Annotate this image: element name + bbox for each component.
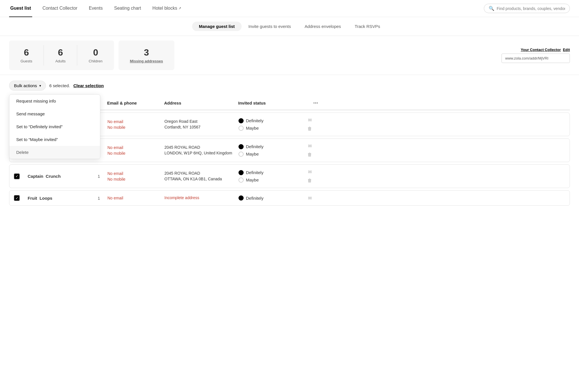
stat-guests: 6 Guests [9, 45, 44, 66]
more-options-icon[interactable]: ··· [313, 100, 318, 106]
dropdown-set-maybe[interactable]: Set to “Maybe invited” [9, 133, 100, 146]
sub-nav-address[interactable]: Address envelopes [298, 22, 348, 31]
status-definitely[interactable]: Definitely [238, 170, 301, 175]
no-email: No email [107, 196, 164, 200]
stat-missing: 3 Missing addresses [119, 40, 174, 70]
sub-nav: Manage guest list Invite guests to event… [0, 17, 579, 36]
nav-seating-chart[interactable]: Seating chart [113, 0, 142, 17]
no-mobile: No mobile [107, 177, 164, 181]
delete-icon[interactable]: 🗑 [307, 178, 312, 183]
dropdown-request-missing[interactable]: Request missing info [9, 95, 100, 107]
contact-info: No email No mobile [107, 119, 164, 130]
external-link-icon: ↗ [178, 6, 181, 10]
guest-name: Fruit Loops [28, 196, 90, 201]
status-maybe[interactable]: Maybe [238, 177, 301, 183]
search-icon: 🔍 [489, 6, 494, 11]
delete-icon[interactable]: 🗑 [307, 126, 312, 131]
nav-contact-collector[interactable]: Contact Collector [41, 0, 79, 17]
no-email: No email [107, 119, 164, 124]
stats-left: 6 Guests 6 Adults 0 Children [9, 40, 114, 70]
no-mobile: No mobile [107, 125, 164, 130]
radio-filled-icon [238, 195, 244, 201]
radio-filled-icon [238, 118, 244, 123]
bulk-section: Bulk actions ▾ 6 selected. Clear selecti… [0, 75, 579, 96]
contact-info: No email [107, 196, 164, 200]
radio-filled-icon [238, 144, 244, 149]
dropdown-delete[interactable]: Delete [9, 146, 100, 159]
contact-collector-section: Your Contact Collector Edit www.zola.com… [501, 40, 570, 70]
guest-name: Captain Crunch [28, 174, 90, 179]
party-size: 1 [90, 174, 107, 179]
invited-status: Definitely [238, 195, 301, 201]
invited-status: Definitely Maybe [238, 144, 301, 157]
row-actions: ✉ [301, 195, 318, 201]
address: Oregon Road East Cortlandt, NY 10567 [164, 119, 238, 130]
bulk-dropdown-menu: Request missing info Send message Set to… [9, 94, 100, 159]
status-maybe[interactable]: Maybe [238, 152, 301, 157]
chevron-down-icon: ▾ [39, 84, 41, 88]
invited-status: Definitely Maybe [238, 118, 301, 131]
dropdown-set-definitely[interactable]: Set to “Definitely invited” [9, 120, 100, 133]
row-actions: ✉ 🗑 [301, 143, 318, 157]
status-maybe[interactable]: Maybe [238, 126, 301, 131]
stat-adults: 6 Adults [44, 45, 77, 66]
clear-selection-link[interactable]: Clear selection [73, 83, 104, 88]
nav-guest-list[interactable]: Guest list [9, 0, 32, 17]
search-bar: 🔍 [484, 4, 570, 13]
no-email: No email [107, 171, 164, 176]
contact-info: No email No mobile [107, 145, 164, 156]
status-definitely[interactable]: Definitely [238, 144, 301, 149]
nav-events[interactable]: Events [88, 0, 104, 17]
address: Incomplete address [164, 195, 238, 201]
row-actions: ✉ 🗑 [301, 117, 318, 131]
contact-url: www.zola.com/addr/MjVRI [501, 54, 570, 63]
no-mobile: No mobile [107, 151, 164, 156]
row-checkbox[interactable]: ✓ [14, 173, 20, 179]
table-row: ✓ Captain Crunch 1 No email No mobile 20… [9, 164, 570, 188]
status-definitely[interactable]: Definitely [238, 195, 301, 201]
status-definitely[interactable]: Definitely [238, 118, 301, 123]
invited-status: Definitely Maybe [238, 170, 301, 183]
row-actions: ✉ 🗑 [301, 169, 318, 183]
email-icon[interactable]: ✉ [308, 143, 312, 149]
col-address: Address [164, 101, 238, 105]
top-nav: Guest list Contact Collector Events Seat… [0, 0, 579, 17]
delete-icon[interactable]: 🗑 [307, 152, 312, 157]
email-icon[interactable]: ✉ [308, 117, 312, 123]
sub-nav-invite[interactable]: Invite guests to events [242, 22, 298, 31]
col-status: Invited status [238, 101, 301, 105]
contact-collector-label: Your Contact Collector Edit [521, 48, 570, 52]
email-icon[interactable]: ✉ [308, 169, 312, 175]
selected-count: 6 selected. [49, 83, 70, 88]
row-checkbox[interactable]: ✓ [14, 195, 20, 201]
no-email: No email [107, 145, 164, 150]
radio-empty-icon [238, 126, 244, 131]
dropdown-send-message[interactable]: Send message [9, 107, 100, 120]
col-email-phone: Email & phone [107, 101, 164, 105]
stats-section: 6 Guests 6 Adults 0 Children 3 Missing a… [0, 36, 579, 75]
edit-link[interactable]: Edit [563, 48, 570, 52]
nav-hotel-blocks[interactable]: Hotel blocks ↗ [151, 0, 182, 17]
party-size: 1 [90, 196, 107, 201]
radio-empty-icon [238, 177, 244, 183]
search-input[interactable] [497, 6, 565, 11]
sub-nav-rsvps[interactable]: Track RSVPs [348, 22, 387, 31]
address: 2045 ROYAL ROAD OTTAWA, ON K1A 0B1, Cana… [164, 171, 238, 182]
table-row: ✓ Fruit Loops 1 No email Incomplete addr… [9, 190, 570, 206]
email-icon[interactable]: ✉ [308, 195, 312, 201]
sub-nav-manage[interactable]: Manage guest list [192, 22, 242, 31]
address: 2045 ROYAL ROAD LONDON, W1P 6HQ, United … [164, 145, 238, 156]
stat-children: 0 Children [77, 45, 114, 66]
col-more: ··· [301, 100, 318, 106]
bulk-actions-button[interactable]: Bulk actions ▾ [9, 81, 46, 91]
contact-info: No email No mobile [107, 171, 164, 181]
radio-filled-icon [238, 170, 244, 175]
radio-empty-icon [238, 152, 244, 157]
